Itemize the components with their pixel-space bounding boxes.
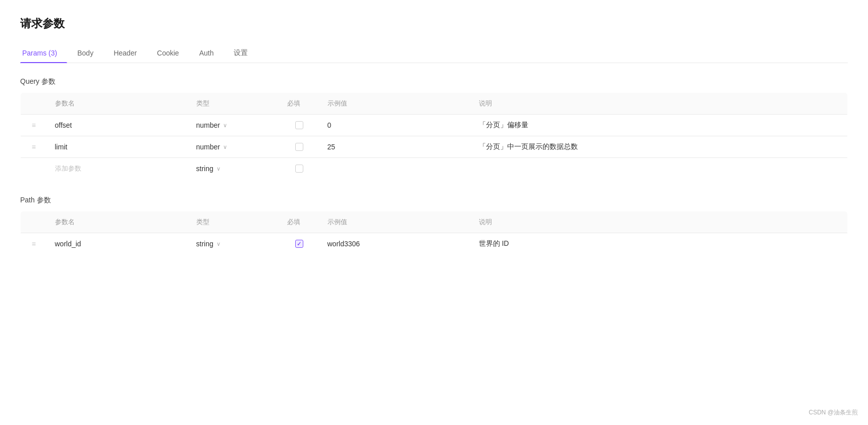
param-name-cell: offset (47, 115, 188, 136)
query-params-section: Query 参数 参数名 类型 必填 示例值 说明 ≡ offset nu (20, 77, 848, 180)
chevron-down-icon: ∨ (216, 241, 221, 247)
param-required-cell[interactable] (279, 136, 319, 158)
param-example-cell: 25 (319, 136, 471, 158)
param-required-cell[interactable] (279, 115, 319, 136)
required-checkbox[interactable] (295, 240, 303, 248)
required-checkbox[interactable] (295, 121, 303, 129)
type-select[interactable]: number ∨ (196, 121, 271, 129)
type-select[interactable]: string ∨ (196, 165, 271, 173)
chevron-down-icon: ∨ (216, 166, 221, 172)
chevron-down-icon: ∨ (223, 144, 227, 150)
drag-icon: ≡ (32, 121, 36, 129)
path-section-title: Path 参数 (20, 196, 848, 205)
query-col-drag-header (21, 93, 47, 115)
type-value: number (196, 121, 220, 129)
tabs-container: Params (3) Body Header Cookie Auth 设置 (20, 43, 848, 63)
required-checkbox[interactable] (295, 165, 303, 173)
path-col-type-header: 类型 (188, 211, 279, 233)
query-params-table: 参数名 类型 必填 示例值 说明 ≡ offset number ∨ (20, 92, 848, 180)
drag-handle[interactable]: ≡ (21, 136, 47, 158)
param-name-cell: world_id (47, 233, 188, 255)
tab-cookie[interactable]: Cookie (147, 44, 189, 62)
table-row: ≡ world_id string ∨ world3306 世界的 ID (21, 233, 848, 255)
param-type-cell[interactable]: number ∨ (188, 136, 279, 158)
tab-settings[interactable]: 设置 (224, 43, 258, 63)
type-value: string (196, 240, 213, 248)
tab-auth[interactable]: Auth (189, 44, 224, 62)
param-desc-cell: 「分页」中一页展示的数据总数 (471, 136, 848, 158)
param-desc-cell: 「分页」偏移量 (471, 115, 848, 136)
watermark: CSDN @油条生煎 (808, 408, 858, 417)
path-params-section: Path 参数 参数名 类型 必填 示例值 说明 ≡ world_id s (20, 196, 848, 255)
type-value: number (196, 143, 220, 151)
checkbox-wrapper[interactable] (287, 240, 311, 248)
param-type-cell[interactable]: number ∨ (188, 115, 279, 136)
query-col-type-header: 类型 (188, 93, 279, 115)
param-type-cell[interactable]: string ∨ (188, 233, 279, 255)
checkbox-wrapper[interactable] (287, 143, 311, 151)
drag-handle[interactable]: ≡ (21, 233, 47, 255)
tab-header[interactable]: Header (103, 44, 147, 62)
type-select[interactable]: number ∨ (196, 143, 271, 151)
query-table-header-row: 参数名 类型 必填 示例值 说明 (21, 93, 848, 115)
path-col-name-header: 参数名 (47, 211, 188, 233)
query-col-required-header: 必填 (279, 93, 319, 115)
param-name-cell: limit (47, 136, 188, 158)
page-title: 请求参数 (20, 16, 848, 31)
add-param-cell[interactable]: 添加参数 (47, 158, 188, 180)
type-value: string (196, 165, 213, 173)
drag-handle[interactable]: ≡ (21, 115, 47, 136)
param-example-cell: world3306 (319, 233, 471, 255)
param-desc-cell (471, 158, 848, 180)
path-col-example-header: 示例值 (319, 211, 471, 233)
type-select[interactable]: string ∨ (196, 240, 271, 248)
checkbox-wrapper[interactable] (287, 165, 311, 173)
table-row: ≡ limit number ∨ 25 「分页」中一页展示的数据总数 (21, 136, 848, 158)
path-col-drag-header (21, 211, 47, 233)
param-example-cell: 0 (319, 115, 471, 136)
query-col-example-header: 示例值 (319, 93, 471, 115)
query-col-name-header: 参数名 (47, 93, 188, 115)
tab-body[interactable]: Body (67, 44, 103, 62)
param-type-cell[interactable]: string ∨ (188, 158, 279, 180)
tab-params[interactable]: Params (3) (20, 44, 67, 62)
path-col-desc-header: 说明 (471, 211, 848, 233)
param-required-cell[interactable] (279, 158, 319, 180)
param-example-cell (319, 158, 471, 180)
checkbox-wrapper[interactable] (287, 121, 311, 129)
param-desc-cell: 世界的 ID (471, 233, 848, 255)
path-params-table: 参数名 类型 必填 示例值 说明 ≡ world_id string ∨ (20, 211, 848, 255)
drag-handle (21, 158, 47, 180)
query-col-desc-header: 说明 (471, 93, 848, 115)
drag-icon: ≡ (32, 240, 36, 248)
table-row: ≡ offset number ∨ 0 「分页」偏移量 (21, 115, 848, 136)
chevron-down-icon: ∨ (223, 122, 227, 129)
drag-icon: ≡ (32, 143, 36, 151)
path-col-required-header: 必填 (279, 211, 319, 233)
add-param-placeholder: 添加参数 (55, 165, 81, 172)
query-section-title: Query 参数 (20, 77, 848, 86)
param-required-cell[interactable] (279, 233, 319, 255)
path-table-header-row: 参数名 类型 必填 示例值 说明 (21, 211, 848, 233)
required-checkbox[interactable] (295, 143, 303, 151)
table-row: 添加参数 string ∨ (21, 158, 848, 180)
